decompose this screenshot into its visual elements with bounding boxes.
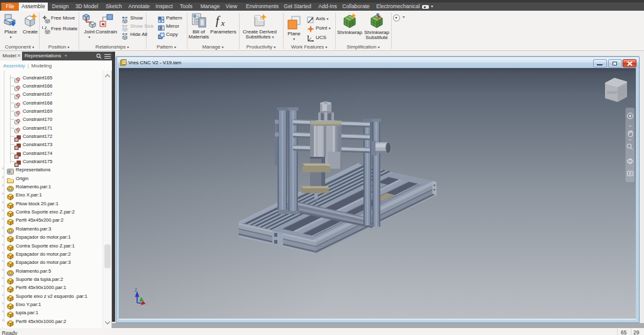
svg-text:Z: Z xyxy=(135,288,137,292)
svg-text:f: f xyxy=(216,14,221,27)
svg-text:FRONT: FRONT xyxy=(608,91,618,94)
svg-text:x: x xyxy=(221,18,225,28)
svg-text:X: X xyxy=(147,302,150,307)
